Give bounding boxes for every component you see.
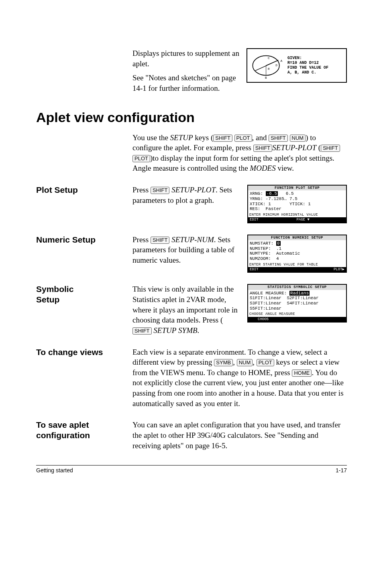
key-symb: SYMB [214,359,233,366]
label-plot-setup: Plot Setup [36,185,132,195]
key-home: HOME [292,370,312,377]
intro-p1: Displays pictures to supplement an aplet… [132,48,240,69]
footer-left: Getting started [36,467,73,474]
config-intro: You use the SETUP keys (SHIFT PLOT, and … [132,133,347,174]
key-plot: PLOT [132,155,150,162]
label-symbolic-setup: Symbolic Setup [36,284,132,304]
label-change-views: To change views [36,347,132,357]
given-l1: R=10 AND D=12 [287,61,328,65]
svg-text:C: C [268,56,270,60]
svg-text:R: R [268,67,270,71]
key-shift: SHIFT [151,187,170,194]
given-label: GIVEN: [287,56,328,61]
svg-text:D: D [275,63,277,67]
label-numeric-setup: Numeric Setup [36,235,132,245]
sketch-screenshot: C A R D B GIVEN: R=10 AND D=12 FIND THE … [247,48,347,83]
svg-line-2 [255,60,279,71]
numeric-setup-screenshot: FUNCTION NUMERIC SETUP NUMSTART: 0 NUMST… [247,235,347,273]
svg-text:B: B [265,76,267,80]
key-shift: SHIFT [132,327,152,335]
intro-p2: See "Notes and sketches" on page 14-1 fo… [132,73,240,93]
circle-sketch-icon: C A R D B [250,51,286,80]
symbolic-setup-screenshot: STATISTICS SYMBOLIC SETUP ANGLE MEASURE:… [247,284,347,323]
key-shift: SHIFT [253,145,273,152]
key-shift: SHIFT [269,135,288,142]
key-num: NUM [237,359,253,366]
footer-divider [36,465,347,466]
numeric-setup-body: Press SHIFT SETUP-NUM. Sets parameters f… [132,235,242,265]
key-num: NUM [290,135,306,142]
plot-setup-body: Press SHIFT SETUP-PLOT. Sets parameters … [132,185,242,205]
key-shift: SHIFT [151,237,170,244]
heading-aplet-view-config: Aplet view configuration [36,110,347,125]
given-l2: FIND THE VALUE OF [287,65,328,70]
symbolic-setup-body: This view is only available in the Stati… [132,284,242,335]
key-shift: SHIFT [213,135,232,142]
key-shift: SHIFT [321,145,340,152]
save-aplet-body: You can save an aplet configuration that… [132,420,347,451]
key-plot: PLOT [257,359,274,366]
given-l3: A, B, AND C. [287,70,328,75]
change-views-body: Each view is a separate environment. To … [132,347,347,409]
footer-right: 1-17 [336,467,347,474]
key-plot: PLOT [234,135,252,142]
label-save-aplet: To save aplet configuration [36,420,132,440]
plot-setup-screenshot: FUNCTION PLOT SETUP XRNG: -6.5 6.5 YRNG:… [247,185,347,223]
svg-text:A: A [281,59,283,63]
